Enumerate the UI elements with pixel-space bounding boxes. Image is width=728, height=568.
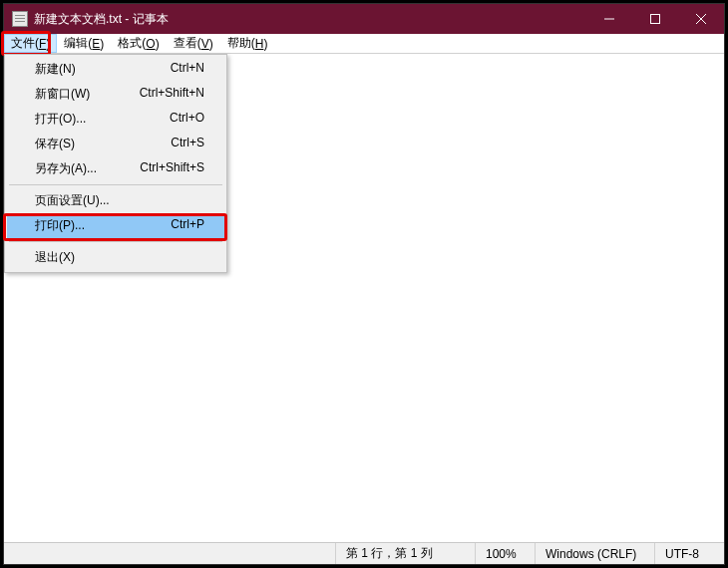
menu-separator xyxy=(9,184,222,185)
file-dropdown: 新建(N) Ctrl+N 新窗口(W) Ctrl+Shift+N 打开(O)..… xyxy=(4,54,227,273)
titlebar[interactable]: 新建文本文档.txt - 记事本 xyxy=(4,4,724,34)
close-button[interactable] xyxy=(678,4,724,34)
menu-format[interactable]: 格式(O) xyxy=(111,34,166,53)
menu-help[interactable]: 帮助(H) xyxy=(220,34,275,53)
menu-edit[interactable]: 编辑(E) xyxy=(57,34,111,53)
notepad-icon xyxy=(12,11,28,27)
menu-item-open[interactable]: 打开(O)... Ctrl+O xyxy=(7,107,224,132)
window-title: 新建文本文档.txt - 记事本 xyxy=(34,11,586,28)
menu-item-new[interactable]: 新建(N) Ctrl+N xyxy=(7,57,224,82)
menu-item-page-setup[interactable]: 页面设置(U)... xyxy=(7,188,224,213)
notepad-window: 新建文本文档.txt - 记事本 文件(F) 编辑(E) 格式(O) 查看(V) xyxy=(3,3,725,565)
menu-item-exit[interactable]: 退出(X) xyxy=(7,245,224,270)
menu-item-save-as[interactable]: 另存为(A)... Ctrl+Shift+S xyxy=(7,156,224,181)
menu-item-save[interactable]: 保存(S) Ctrl+S xyxy=(7,132,224,156)
status-position: 第 1 行，第 1 列 xyxy=(335,543,475,564)
status-line-ending: Windows (CRLF) xyxy=(535,543,654,564)
menu-item-print[interactable]: 打印(P)... Ctrl+P xyxy=(7,213,224,238)
menu-view[interactable]: 查看(V) xyxy=(167,34,220,53)
svg-rect-1 xyxy=(651,15,660,24)
statusbar: 第 1 行，第 1 列 100% Windows (CRLF) UTF-8 xyxy=(4,542,724,564)
text-area[interactable]: 新建(N) Ctrl+N 新窗口(W) Ctrl+Shift+N 打开(O)..… xyxy=(4,54,724,542)
status-encoding: UTF-8 xyxy=(654,543,724,564)
menubar: 文件(F) 编辑(E) 格式(O) 查看(V) 帮助(H) xyxy=(4,34,724,54)
window-controls xyxy=(586,4,724,34)
menu-item-new-window[interactable]: 新窗口(W) Ctrl+Shift+N xyxy=(7,82,224,107)
minimize-button[interactable] xyxy=(586,4,632,34)
menu-separator xyxy=(9,241,222,242)
maximize-button[interactable] xyxy=(632,4,678,34)
menu-file[interactable]: 文件(F) xyxy=(4,34,57,53)
status-zoom: 100% xyxy=(475,543,535,564)
